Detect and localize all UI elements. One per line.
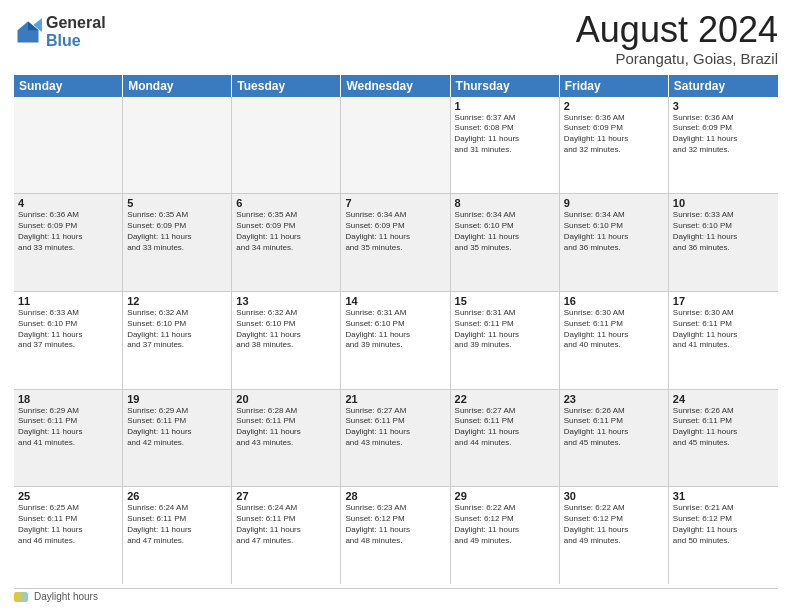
day-number: 24	[673, 393, 774, 405]
day-number: 12	[127, 295, 227, 307]
calendar-cell: 28Sunrise: 6:23 AM Sunset: 6:12 PM Dayli…	[341, 487, 450, 584]
logo: General Blue	[14, 14, 106, 49]
calendar-cell: 4Sunrise: 6:36 AM Sunset: 6:09 PM Daylig…	[14, 194, 123, 291]
calendar-body: 1Sunrise: 6:37 AM Sunset: 6:08 PM Daylig…	[14, 97, 778, 584]
footer-label: Daylight hours	[34, 591, 98, 602]
logo-icon	[14, 18, 42, 46]
header-day-monday: Monday	[123, 75, 232, 97]
day-info: Sunrise: 6:29 AM Sunset: 6:11 PM Dayligh…	[127, 406, 227, 449]
calendar-cell: 9Sunrise: 6:34 AM Sunset: 6:10 PM Daylig…	[560, 194, 669, 291]
header-day-wednesday: Wednesday	[341, 75, 450, 97]
day-number: 26	[127, 490, 227, 502]
day-number: 16	[564, 295, 664, 307]
header-day-tuesday: Tuesday	[232, 75, 341, 97]
day-info: Sunrise: 6:31 AM Sunset: 6:10 PM Dayligh…	[345, 308, 445, 351]
day-number: 22	[455, 393, 555, 405]
calendar-cell: 12Sunrise: 6:32 AM Sunset: 6:10 PM Dayli…	[123, 292, 232, 389]
day-info: Sunrise: 6:31 AM Sunset: 6:11 PM Dayligh…	[455, 308, 555, 351]
day-number: 3	[673, 100, 774, 112]
calendar-cell: 7Sunrise: 6:34 AM Sunset: 6:09 PM Daylig…	[341, 194, 450, 291]
calendar-cell: 16Sunrise: 6:30 AM Sunset: 6:11 PM Dayli…	[560, 292, 669, 389]
day-number: 29	[455, 490, 555, 502]
header-day-thursday: Thursday	[451, 75, 560, 97]
calendar-row-1: 1Sunrise: 6:37 AM Sunset: 6:08 PM Daylig…	[14, 97, 778, 195]
calendar-cell: 6Sunrise: 6:35 AM Sunset: 6:09 PM Daylig…	[232, 194, 341, 291]
calendar-cell: 17Sunrise: 6:30 AM Sunset: 6:11 PM Dayli…	[669, 292, 778, 389]
calendar-cell	[232, 97, 341, 194]
calendar-cell: 24Sunrise: 6:26 AM Sunset: 6:11 PM Dayli…	[669, 390, 778, 487]
day-number: 30	[564, 490, 664, 502]
calendar-cell: 8Sunrise: 6:34 AM Sunset: 6:10 PM Daylig…	[451, 194, 560, 291]
day-info: Sunrise: 6:27 AM Sunset: 6:11 PM Dayligh…	[455, 406, 555, 449]
calendar-cell	[341, 97, 450, 194]
day-number: 19	[127, 393, 227, 405]
calendar-cell: 3Sunrise: 6:36 AM Sunset: 6:09 PM Daylig…	[669, 97, 778, 194]
day-number: 9	[564, 197, 664, 209]
logo-general-text: General	[46, 14, 106, 32]
day-number: 5	[127, 197, 227, 209]
day-info: Sunrise: 6:36 AM Sunset: 6:09 PM Dayligh…	[18, 210, 118, 253]
calendar-cell: 2Sunrise: 6:36 AM Sunset: 6:09 PM Daylig…	[560, 97, 669, 194]
day-info: Sunrise: 6:33 AM Sunset: 6:10 PM Dayligh…	[18, 308, 118, 351]
day-number: 11	[18, 295, 118, 307]
day-number: 20	[236, 393, 336, 405]
day-info: Sunrise: 6:22 AM Sunset: 6:12 PM Dayligh…	[564, 503, 664, 546]
day-number: 6	[236, 197, 336, 209]
calendar-cell: 11Sunrise: 6:33 AM Sunset: 6:10 PM Dayli…	[14, 292, 123, 389]
day-number: 27	[236, 490, 336, 502]
calendar-cell: 30Sunrise: 6:22 AM Sunset: 6:12 PM Dayli…	[560, 487, 669, 584]
page: General Blue August 2024 Porangatu, Goia…	[0, 0, 792, 612]
day-number: 23	[564, 393, 664, 405]
day-info: Sunrise: 6:36 AM Sunset: 6:09 PM Dayligh…	[673, 113, 774, 156]
location: Porangatu, Goias, Brazil	[576, 50, 778, 67]
logo-blue-text: Blue	[46, 32, 106, 50]
day-info: Sunrise: 6:26 AM Sunset: 6:11 PM Dayligh…	[673, 406, 774, 449]
calendar-cell: 14Sunrise: 6:31 AM Sunset: 6:10 PM Dayli…	[341, 292, 450, 389]
calendar-row-2: 4Sunrise: 6:36 AM Sunset: 6:09 PM Daylig…	[14, 194, 778, 292]
day-info: Sunrise: 6:34 AM Sunset: 6:10 PM Dayligh…	[455, 210, 555, 253]
calendar-cell: 31Sunrise: 6:21 AM Sunset: 6:12 PM Dayli…	[669, 487, 778, 584]
day-info: Sunrise: 6:26 AM Sunset: 6:11 PM Dayligh…	[564, 406, 664, 449]
day-number: 17	[673, 295, 774, 307]
header: General Blue August 2024 Porangatu, Goia…	[14, 10, 778, 67]
day-info: Sunrise: 6:22 AM Sunset: 6:12 PM Dayligh…	[455, 503, 555, 546]
month-title: August 2024	[576, 10, 778, 50]
day-info: Sunrise: 6:28 AM Sunset: 6:11 PM Dayligh…	[236, 406, 336, 449]
day-number: 7	[345, 197, 445, 209]
day-info: Sunrise: 6:37 AM Sunset: 6:08 PM Dayligh…	[455, 113, 555, 156]
day-info: Sunrise: 6:23 AM Sunset: 6:12 PM Dayligh…	[345, 503, 445, 546]
day-number: 25	[18, 490, 118, 502]
calendar-cell: 15Sunrise: 6:31 AM Sunset: 6:11 PM Dayli…	[451, 292, 560, 389]
day-number: 15	[455, 295, 555, 307]
calendar-cell: 13Sunrise: 6:32 AM Sunset: 6:10 PM Dayli…	[232, 292, 341, 389]
day-number: 13	[236, 295, 336, 307]
calendar-row-5: 25Sunrise: 6:25 AM Sunset: 6:11 PM Dayli…	[14, 487, 778, 584]
calendar-cell: 1Sunrise: 6:37 AM Sunset: 6:08 PM Daylig…	[451, 97, 560, 194]
title-block: August 2024 Porangatu, Goias, Brazil	[576, 10, 778, 67]
calendar-cell: 27Sunrise: 6:24 AM Sunset: 6:11 PM Dayli…	[232, 487, 341, 584]
day-info: Sunrise: 6:29 AM Sunset: 6:11 PM Dayligh…	[18, 406, 118, 449]
day-info: Sunrise: 6:32 AM Sunset: 6:10 PM Dayligh…	[236, 308, 336, 351]
calendar-cell: 25Sunrise: 6:25 AM Sunset: 6:11 PM Dayli…	[14, 487, 123, 584]
day-number: 21	[345, 393, 445, 405]
day-info: Sunrise: 6:25 AM Sunset: 6:11 PM Dayligh…	[18, 503, 118, 546]
day-number: 28	[345, 490, 445, 502]
footer: Daylight hours	[14, 588, 778, 602]
day-number: 18	[18, 393, 118, 405]
calendar-cell: 29Sunrise: 6:22 AM Sunset: 6:12 PM Dayli…	[451, 487, 560, 584]
calendar-row-4: 18Sunrise: 6:29 AM Sunset: 6:11 PM Dayli…	[14, 390, 778, 488]
calendar-header: SundayMondayTuesdayWednesdayThursdayFrid…	[14, 75, 778, 97]
calendar-cell	[14, 97, 123, 194]
day-number: 14	[345, 295, 445, 307]
day-info: Sunrise: 6:35 AM Sunset: 6:09 PM Dayligh…	[236, 210, 336, 253]
day-number: 31	[673, 490, 774, 502]
calendar-cell	[123, 97, 232, 194]
calendar-cell: 18Sunrise: 6:29 AM Sunset: 6:11 PM Dayli…	[14, 390, 123, 487]
calendar-cell: 22Sunrise: 6:27 AM Sunset: 6:11 PM Dayli…	[451, 390, 560, 487]
day-number: 10	[673, 197, 774, 209]
day-info: Sunrise: 6:33 AM Sunset: 6:10 PM Dayligh…	[673, 210, 774, 253]
day-info: Sunrise: 6:35 AM Sunset: 6:09 PM Dayligh…	[127, 210, 227, 253]
day-number: 2	[564, 100, 664, 112]
calendar-cell: 26Sunrise: 6:24 AM Sunset: 6:11 PM Dayli…	[123, 487, 232, 584]
calendar-cell: 20Sunrise: 6:28 AM Sunset: 6:11 PM Dayli…	[232, 390, 341, 487]
